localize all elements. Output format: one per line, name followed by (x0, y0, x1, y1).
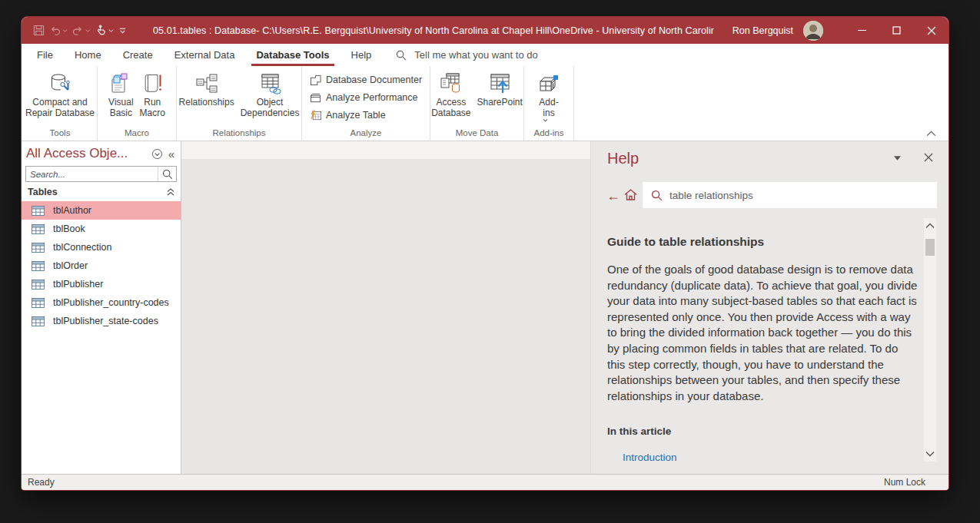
save-icon[interactable] (33, 25, 45, 36)
analyze-table-icon (310, 110, 321, 121)
tab-external-data[interactable]: External Data (164, 44, 246, 66)
scroll-down-icon[interactable] (925, 451, 935, 457)
tab-create[interactable]: Create (112, 44, 164, 66)
tab-home[interactable]: Home (64, 44, 112, 66)
visual-basic-icon (109, 71, 132, 97)
compact-repair-database-button[interactable]: Compact and Repair Database (22, 68, 98, 127)
scrollbar-thumb[interactable] (925, 239, 935, 256)
table-icon (32, 243, 45, 253)
document-work-area (181, 141, 590, 474)
sharepoint-icon (488, 71, 511, 97)
article-body: One of the goals of good database design… (607, 262, 918, 404)
group-macro: Visual Basic Run Macro Macro (98, 66, 177, 141)
user-avatar[interactable] (803, 21, 823, 41)
analyze-performance-icon (310, 92, 321, 104)
shutter-bar-close-icon[interactable]: « (168, 148, 174, 160)
collapse-section-icon[interactable] (167, 188, 174, 196)
collapse-ribbon-icon[interactable] (926, 131, 936, 137)
help-pane: Help ← Guide to table relationships One … (590, 141, 948, 474)
main-area: All Access Obje... « Tables tblAut (22, 141, 948, 474)
nav-pane-title[interactable]: All Access Obje... (26, 146, 151, 161)
article-title: Guide to table relationships (607, 235, 918, 249)
database-documenter-icon (310, 74, 321, 86)
tab-file[interactable]: File (26, 44, 64, 66)
visual-basic-button[interactable]: Visual Basic (105, 68, 136, 127)
add-ins-icon (537, 71, 560, 97)
nav-menu-icon[interactable] (151, 148, 163, 160)
ribbon-tab-row: File Home Create External Data Database … (22, 44, 948, 66)
customize-qat-icon[interactable] (118, 26, 127, 35)
nav-pane-header: All Access Obje... « (22, 141, 181, 163)
group-label-analyze: Analyze (302, 127, 430, 141)
navigation-pane: All Access Obje... « Tables tblAut (22, 141, 181, 474)
minimize-button[interactable] (845, 17, 879, 44)
nav-search-icon[interactable] (158, 167, 176, 181)
table-item-tblpublisher[interactable]: tblPublisher (22, 275, 181, 293)
table-item-tblauthor[interactable]: tblAuthor (22, 201, 181, 220)
undo-icon[interactable] (49, 25, 68, 36)
group-label-macro: Macro (98, 127, 176, 141)
introduction-link[interactable]: Introduction (623, 452, 677, 463)
help-scrollbar[interactable] (924, 218, 936, 462)
help-home-icon[interactable] (623, 187, 638, 202)
nav-items: tblAuthor tblBook tblConnection tblOrder… (22, 201, 181, 330)
status-bar: Ready Num Lock (22, 474, 948, 490)
table-item-tblorder[interactable]: tblOrder (22, 257, 181, 275)
table-icon (32, 298, 45, 308)
table-item-tblpublisher-country-codes[interactable]: tblPublisher_country-codes (22, 293, 181, 312)
help-back-icon[interactable]: ← (606, 189, 620, 203)
nav-search-box (25, 166, 177, 182)
add-ins-button[interactable]: Add- ins (534, 68, 563, 127)
maximize-button[interactable] (879, 17, 914, 44)
group-add-ins: Add- ins Add-ins (524, 66, 574, 141)
run-macro-button[interactable]: Run Macro (137, 68, 168, 127)
object-dependencies-button[interactable]: Object Dependencies (238, 68, 303, 127)
tell-me-box[interactable]: Tell me what you want to do (396, 44, 537, 66)
help-pane-close-icon[interactable] (924, 153, 933, 162)
database-documenter-button[interactable]: Database Documenter (310, 73, 430, 87)
table-icon (32, 261, 45, 271)
help-search-input[interactable] (669, 190, 929, 201)
nav-search-input[interactable] (26, 170, 158, 179)
help-pane-menu-icon[interactable] (894, 156, 901, 161)
quick-access-toolbar (22, 25, 127, 36)
object-dependencies-icon (258, 71, 281, 97)
table-item-tblbook[interactable]: tblBook (22, 220, 181, 238)
table-item-tblpublisher-state-codes[interactable]: tblPublisher_state-codes (22, 312, 181, 330)
table-icon (32, 316, 45, 326)
table-icon (32, 224, 45, 234)
analyze-table-button[interactable]: Analyze Table (310, 108, 430, 122)
tell-me-label: Tell me what you want to do (414, 49, 537, 61)
access-window: 05.01.tables : Database- C:\Users\R.E. B… (22, 17, 948, 490)
user-name[interactable]: Ron Bergquist (733, 25, 793, 36)
table-icon (32, 280, 45, 290)
analyze-performance-button[interactable]: Analyze Performance (310, 91, 430, 104)
relationships-button[interactable]: Relationships (176, 68, 238, 127)
run-macro-icon (141, 71, 164, 97)
chevron-down-icon (543, 118, 548, 123)
title-bar: 05.01.tables : Database- C:\Users\R.E. B… (22, 17, 948, 44)
compact-repair-icon (48, 71, 71, 97)
table-item-tblconnection[interactable]: tblConnection (22, 238, 181, 257)
scroll-up-icon[interactable] (925, 223, 935, 229)
sharepoint-button[interactable]: SharePoint (474, 68, 526, 127)
access-database-button[interactable]: Access Database (428, 68, 473, 127)
help-search-box (643, 182, 937, 208)
help-article: Guide to table relationships One of the … (607, 235, 918, 404)
group-label-move-data: Move Data (430, 127, 523, 141)
status-ready: Ready (28, 477, 55, 488)
group-relationships: Relationships Object Dependencies Relati… (177, 66, 302, 141)
tab-help[interactable]: Help (341, 44, 383, 66)
tab-database-tools[interactable]: Database Tools (245, 44, 340, 66)
window-title: 05.01.tables : Database- C:\Users\R.E. B… (153, 25, 714, 36)
nav-section-tables[interactable]: Tables (22, 182, 181, 200)
close-button[interactable] (914, 17, 948, 44)
group-label-add-ins: Add-ins (524, 127, 573, 141)
group-label-tools: Tools (23, 127, 97, 141)
ribbon: Compact and Repair Database Tools Visual… (22, 66, 948, 141)
group-tools: Compact and Repair Database Tools (23, 66, 98, 141)
access-database-icon (440, 71, 463, 97)
redo-icon[interactable] (72, 25, 91, 36)
touch-mouse-mode-icon[interactable] (95, 25, 114, 36)
group-analyze: Database Documenter Analyze Performance … (302, 66, 430, 141)
